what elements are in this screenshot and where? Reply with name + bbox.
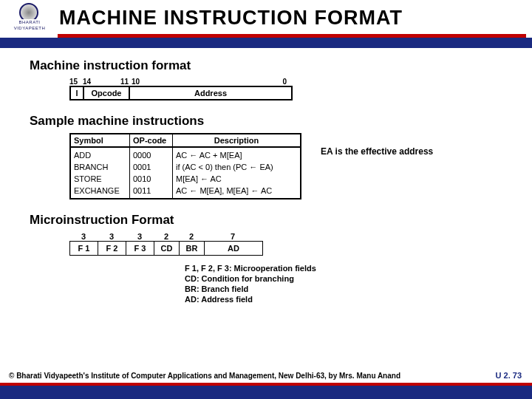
bit-label: 10 — [129, 78, 143, 86]
field-f3: F 3 — [126, 242, 154, 255]
table-cell: 0011 — [133, 185, 169, 197]
field-i: I — [71, 87, 84, 99]
field-f1: F 1 — [70, 242, 98, 255]
logo-text: BHARATIVIDYAPEETH — [6, 19, 53, 31]
bit-width: 3 — [126, 232, 154, 241]
section2-heading: Sample machine instructions — [30, 114, 532, 129]
field-br: BR — [180, 242, 205, 255]
bit-width: 2 — [179, 232, 204, 241]
legend-line: CD: Condition for branching — [185, 273, 532, 284]
table-cell: 0010 — [133, 173, 169, 185]
col-header-opcode: OP-code — [130, 134, 173, 146]
field-opcode: Opcode — [84, 87, 130, 99]
title-bar: BHARATIVIDYAPEETH MACHINE INSTRUCTION FO… — [0, 0, 532, 33]
table-cell: 0000 — [133, 149, 169, 161]
page-number: U 2. 73 — [496, 371, 522, 380]
section1-heading: Machine instruction format — [30, 58, 532, 73]
table-cell: if (AC < 0) then (PC ← EA) — [176, 161, 297, 173]
legend-line: F 1, F 2, F 3: Microoperation fields — [185, 263, 532, 273]
bit-label: 14 — [83, 78, 103, 86]
bit-label: 15 — [69, 78, 83, 86]
table-cell: AC ← M[EA], M[EA] ← AC — [176, 185, 297, 197]
table-cell: STORE — [74, 173, 126, 185]
table-cell: M[EA] ← AC — [176, 173, 297, 185]
bit-label: 0 — [143, 78, 288, 86]
col-header-description: Description — [173, 134, 300, 146]
instruction-table: Symbol OP-code Description ADD BRANCH ST… — [69, 133, 301, 200]
bit-width: 2 — [154, 232, 179, 241]
field-address: Address — [130, 87, 291, 99]
col-opcode: 0000 0001 0010 0011 — [130, 148, 173, 198]
footer-bar — [0, 386, 532, 399]
bit-width: 3 — [69, 232, 98, 241]
section3-heading: Microinstruction Format — [30, 213, 532, 228]
table-cell: BRANCH — [74, 161, 126, 173]
bit-width: 3 — [98, 232, 126, 241]
bit-width: 7 — [204, 232, 262, 241]
legend-line: BR: Branch field — [185, 284, 532, 294]
ea-note: EA is the effective address — [321, 146, 433, 157]
accent-bar-blue — [0, 38, 532, 48]
table-cell: 0001 — [133, 161, 169, 173]
col-symbol: ADD BRANCH STORE EXCHANGE — [71, 148, 130, 198]
microinstruction-diagram: 3 3 3 2 2 7 F 1 F 2 F 3 CD BR AD — [69, 232, 532, 256]
table-cell: EXCHANGE — [74, 185, 126, 197]
col-header-symbol: Symbol — [71, 134, 130, 146]
instruction-format-diagram: 15 14 11 10 0 I Opcode Address — [69, 78, 532, 100]
copyright-text: © Bharati Vidyapeeth's Institute of Comp… — [9, 372, 400, 380]
col-description: AC ← AC + M[EA] if (AC < 0) then (PC ← E… — [173, 148, 300, 198]
field-ad: AD — [205, 242, 262, 255]
institution-logo: BHARATIVIDYAPEETH — [6, 3, 53, 33]
table-cell: AC ← AC + M[EA] — [176, 149, 297, 161]
legend-line: AD: Address field — [185, 294, 532, 304]
bit-label: 11 — [103, 78, 129, 86]
slide-content: Machine instruction format 15 14 11 10 0… — [0, 48, 532, 304]
page-title: MACHINE INSTRUCTION FORMAT — [59, 7, 403, 30]
field-cd: CD — [154, 242, 180, 255]
table-cell: ADD — [74, 149, 126, 161]
field-f2: F 2 — [98, 242, 126, 255]
microinstruction-legend: F 1, F 2, F 3: Microoperation fields CD:… — [185, 263, 532, 304]
